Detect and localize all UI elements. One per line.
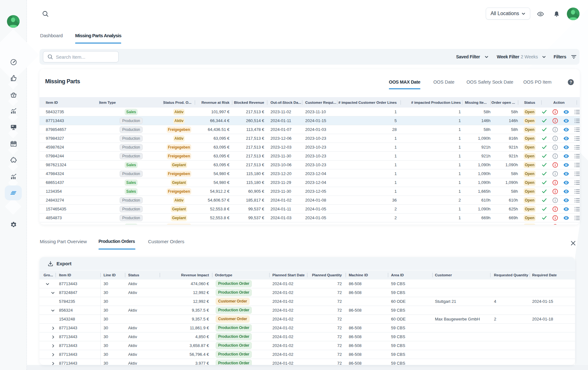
svg-text:?: ? — [570, 80, 572, 85]
